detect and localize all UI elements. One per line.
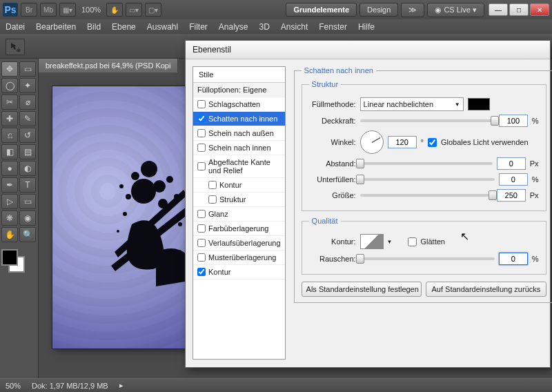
abstand-slider[interactable] [360,162,493,165]
cslive-button[interactable]: ◉ CS Live ▾ [427,3,484,17]
check-kontur[interactable] [197,268,206,276]
check-bevel-struktur[interactable] [208,195,217,204]
type-tool[interactable]: T [19,177,36,193]
style-muster[interactable]: Musterüberlagerung [193,251,285,265]
fuellmethode-combo[interactable]: Linear nachbelichten▼ [360,97,464,111]
menu-filter[interactable]: Filter [189,22,208,32]
menu-ebene[interactable]: Ebene [112,22,136,32]
check-farbe[interactable] [197,224,206,233]
path-tool[interactable]: ▷ [1,194,18,209]
style-schein-innen[interactable]: Schein nach innen [193,141,285,155]
stamp-tool[interactable]: ⎌ [1,128,18,143]
maximize-button[interactable]: □ [509,3,529,16]
menu-datei[interactable]: Datei [6,22,25,32]
style-farbe[interactable]: Farbüberlagerung [193,222,285,236]
bridge-button[interactable]: Br [21,3,37,17]
style-verlauf[interactable]: Verlaufsüberlagerung [193,236,285,251]
workspace-more[interactable]: ≫ [401,3,424,17]
check-muster[interactable] [197,253,206,262]
menu-analyse[interactable]: Analyse [219,22,248,32]
unterfuellen-slider[interactable] [360,178,495,181]
check-glanz[interactable] [197,210,206,218]
screenmode-button[interactable]: ▢▾ [145,3,161,17]
dodge-tool[interactable]: ◐ [19,161,36,176]
style-schatten-innen[interactable]: Schatten nach innen [193,112,285,126]
chevron-down-icon[interactable]: ▼ [387,239,393,245]
blur-tool[interactable]: ● [1,161,18,176]
menu-bearbeiten[interactable]: Bearbeiten [36,22,76,32]
zoom-tool[interactable]: 🔍 [19,227,36,242]
menu-fenster[interactable]: Fenster [319,22,347,32]
check-schatten-innen[interactable] [197,115,206,123]
rauschen-slider[interactable] [360,257,495,260]
lasso-tool[interactable]: ◯ [1,78,18,93]
heal-tool[interactable]: ✚ [1,111,18,126]
groesse-slider[interactable] [360,194,493,197]
style-bevel[interactable]: Abgeflachte Kante und Relief [193,155,285,178]
gradient-tool[interactable]: ▤ [19,144,36,159]
document-tab[interactable]: breakeffekt.psd bei 64,9% (PSD Kopi [39,59,178,72]
deckkraft-slider[interactable] [360,119,495,122]
workspace-essentials[interactable]: Grundelemente [286,3,357,17]
move-tool-indicator[interactable] [6,39,25,55]
style-schlagschatten[interactable]: Schlagschatten [193,97,285,112]
check-bevel-kontur[interactable] [208,181,217,189]
canvas[interactable] [52,86,190,349]
groesse-input[interactable] [497,189,526,202]
style-kontur[interactable]: Kontur [193,265,285,280]
history-brush-tool[interactable]: ↺ [19,128,36,143]
deckkraft-input[interactable] [499,115,528,127]
3d-tool[interactable]: ❋ [1,210,18,226]
menu-bild[interactable]: Bild [87,22,101,32]
menu-ansicht[interactable]: Ansicht [281,22,308,32]
glaetten-check[interactable] [408,237,417,246]
rauschen-input[interactable] [499,253,528,265]
extras-button[interactable]: ▦▾ [59,3,76,17]
style-schein-aussen[interactable]: Schein nach außen [193,126,285,141]
style-glanz[interactable]: Glanz [193,207,285,222]
menu-3d[interactable]: 3D [259,22,270,32]
foreground-color[interactable] [1,249,18,266]
winkel-input[interactable] [388,136,417,148]
check-verlauf[interactable] [197,239,206,247]
brush-tool[interactable]: ✎ [19,111,36,126]
contour-picker[interactable] [360,234,384,249]
check-schlagschatten[interactable] [197,100,206,108]
set-default-button[interactable]: Als Standardeinstellung festlegen [302,282,422,297]
camera-tool[interactable]: ◉ [19,210,36,226]
eyedropper-tool[interactable]: ⌀ [19,95,36,110]
shadow-color-swatch[interactable] [468,98,490,110]
pen-tool[interactable]: ✒ [1,177,18,193]
fill-options[interactable]: Fülloptionen: Eigene [193,83,285,97]
style-bevel-struktur[interactable]: Struktur [193,193,285,207]
check-bevel[interactable] [197,162,206,170]
status-arrow[interactable]: ▸ [119,381,124,390]
marquee-tool[interactable]: ▭ [19,61,36,77]
hand-tool-button[interactable]: ✋ [106,3,123,17]
move-tool[interactable]: ✥ [1,61,18,77]
unterfuellen-input[interactable] [499,173,528,186]
abstand-input[interactable] [497,157,526,170]
close-button[interactable]: ✕ [530,3,549,16]
zoom-level[interactable]: 100% [81,6,101,14]
menu-hilfe[interactable]: Hilfe [358,22,375,32]
check-schein-aussen[interactable] [197,129,206,137]
minimize-button[interactable]: — [489,3,508,16]
global-light-check[interactable] [428,138,437,147]
wand-tool[interactable]: ✦ [19,78,36,93]
hand-tool[interactable]: ✋ [1,227,18,242]
menu-auswahl[interactable]: Auswahl [147,22,178,32]
status-zoom[interactable]: 50% [6,382,21,390]
arrange-button[interactable]: ▭▾ [126,3,142,17]
color-swatches[interactable] [1,249,34,277]
reset-default-button[interactable]: Auf Standardeinstellung zurücks [426,282,546,297]
shape-tool[interactable]: ▭ [19,194,36,209]
angle-dial[interactable] [360,130,384,154]
eraser-tool[interactable]: ◧ [1,144,18,159]
styles-header[interactable]: Stile [193,67,285,83]
minibridge-button[interactable]: Mb [40,3,57,17]
check-schein-innen[interactable] [197,144,206,152]
style-bevel-kontur[interactable]: Kontur [193,178,285,193]
crop-tool[interactable]: ✂ [1,95,18,110]
workspace-design[interactable]: Design [359,3,398,17]
